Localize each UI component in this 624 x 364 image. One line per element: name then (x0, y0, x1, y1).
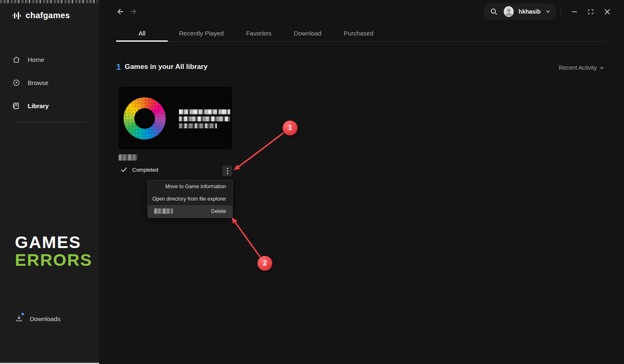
censored-menu-text (154, 208, 173, 214)
annotation-number: 2 (263, 259, 267, 267)
username-label[interactable]: hkhasib (519, 8, 541, 15)
censored-game-title-art (179, 109, 230, 130)
downloads-label: Downloads (30, 315, 60, 322)
annotation-arrow-1 (238, 133, 283, 167)
library-heading: 1 Games in your All library (116, 62, 207, 72)
sidebar-item-label: Library (28, 102, 49, 109)
download-icon (15, 314, 23, 323)
topbar-divider (561, 7, 561, 16)
annotation-badge-2: 2 (257, 256, 272, 271)
page-title: Games in your All library (125, 63, 208, 71)
tab-label: Favorites (246, 30, 272, 37)
game-cover[interactable] (119, 87, 232, 149)
game-count: 1 (116, 62, 121, 72)
close-icon (604, 8, 611, 15)
tab-label: Download (294, 30, 322, 37)
status-label: Completed (132, 167, 158, 173)
search-button[interactable] (489, 7, 499, 17)
game-logo-ring (124, 97, 166, 139)
menu-item-move-to-game-information[interactable]: Move to Game information (148, 180, 232, 193)
sidebar-item-home[interactable]: Home (12, 51, 87, 68)
game-options-button[interactable] (222, 165, 232, 176)
tab-label: Recently Played (179, 30, 224, 37)
chevron-down-icon[interactable] (545, 9, 550, 14)
sort-label: Recent Activity (559, 64, 597, 71)
main-content: hkhasib All Recently Played Favorites Do… (99, 0, 624, 364)
arrow-left-icon (116, 7, 125, 16)
censored-top-text (0, 0, 98, 3)
app-logo[interactable]: chafgames (12, 11, 70, 20)
annotation-badge-1: 1 (283, 121, 298, 135)
tab-label: All (138, 30, 145, 37)
tab-recently-played[interactable]: Recently Played (168, 25, 235, 41)
tab-favorites[interactable]: Favorites (235, 25, 283, 41)
logo-waveform-icon (12, 11, 21, 20)
user-cluster: hkhasib (483, 3, 556, 20)
tab-purchased[interactable]: Purchased (333, 25, 385, 41)
home-icon (12, 56, 20, 64)
sidebar-divider (13, 122, 86, 123)
user-avatar[interactable] (504, 6, 514, 17)
checkmark-icon (120, 166, 128, 173)
menu-item-open-directory[interactable]: Open directory from file explorer (148, 193, 232, 205)
watermark-line-2: ERRORS (15, 251, 92, 269)
tab-label: Purchased (344, 30, 374, 37)
logo-text: chafgames (26, 11, 70, 20)
games-errors-logo: GAMES ERRORS (15, 234, 92, 269)
chevron-down-icon (600, 66, 604, 70)
download-badge-dot (21, 313, 24, 315)
censored-game-name (119, 154, 137, 161)
menu-item-label: Move to Game information (165, 184, 226, 189)
watermark-line-1: GAMES (15, 234, 92, 251)
maximize-button[interactable] (585, 6, 596, 17)
tab-download[interactable]: Download (283, 25, 333, 41)
annotation-number: 1 (288, 124, 292, 132)
arrow-right-icon (129, 7, 138, 16)
sidebar-item-label: Home (28, 56, 44, 63)
sort-dropdown[interactable]: Recent Activity (559, 64, 604, 71)
sidebar-item-browse[interactable]: Browse (12, 74, 87, 91)
minimize-icon (571, 8, 578, 15)
menu-item-delete[interactable]: Delete (148, 205, 232, 217)
game-status: Completed (120, 166, 158, 173)
library-tabs: All Recently Played Favorites Download P… (116, 25, 607, 42)
menu-item-label: Delete (211, 208, 226, 214)
forward-button[interactable] (129, 7, 138, 17)
person-icon (504, 6, 514, 17)
menu-item-label: Open directory from file explorer (152, 196, 226, 202)
game-context-menu: Move to Game information Open directory … (148, 180, 233, 218)
fullscreen-icon (587, 8, 594, 15)
minimize-button[interactable] (569, 6, 580, 17)
search-icon (490, 7, 498, 16)
close-button[interactable] (601, 6, 613, 17)
compass-icon (12, 79, 20, 87)
annotation-arrow-2 (235, 222, 260, 257)
sidebar-item-library[interactable]: Library (12, 97, 87, 114)
sidebar-item-label: Browse (28, 79, 48, 86)
tab-all[interactable]: All (116, 25, 168, 41)
library-icon (12, 102, 20, 110)
sidebar: chafgames Home Browse Library (0, 0, 99, 364)
back-button[interactable] (115, 7, 125, 17)
sidebar-item-downloads[interactable]: Downloads (15, 310, 60, 327)
